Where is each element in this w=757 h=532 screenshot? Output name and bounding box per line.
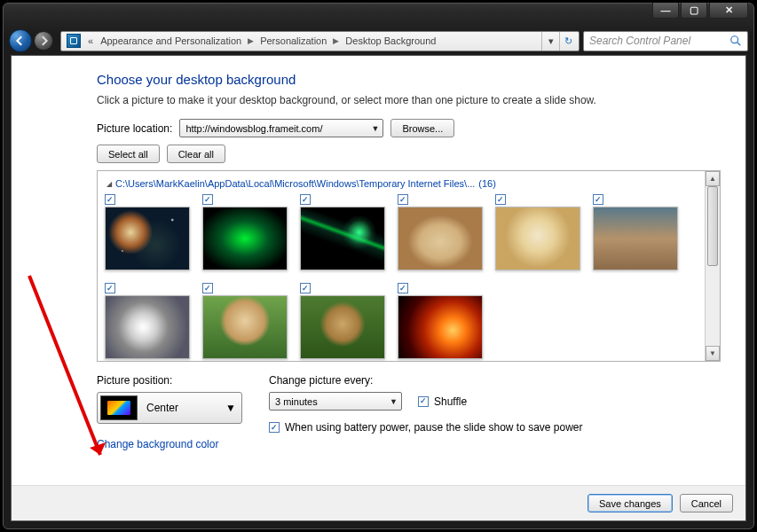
battery-label: When using battery power, pause the slid… [285,421,583,434]
shuffle-checkbox[interactable]: Shuffle [418,395,467,408]
picture-gallery: ◢ C:\Users\MarkKaelin\AppData\Local\Micr… [97,170,721,362]
chevron-right-icon: ▶ [330,36,342,45]
search-input[interactable]: Search Control Panel [583,31,748,51]
picture-checkbox[interactable] [300,283,311,293]
picture-item[interactable] [398,194,483,270]
control-panel-icon [67,34,81,48]
picture-checkbox[interactable] [105,194,115,205]
picture-item[interactable] [105,194,190,270]
gallery-group-header[interactable]: ◢ C:\Users\MarkKaelin\AppData\Local\Micr… [106,178,701,189]
picture-location-label: Picture location: [97,122,172,135]
cancel-button[interactable]: Cancel [680,494,733,512]
picture-checkbox[interactable] [300,194,311,205]
picture-item[interactable] [202,283,288,359]
address-bar[interactable]: « Appearance and Personalization ▶ Perso… [60,31,580,51]
select-all-button[interactable]: Select all [97,145,160,163]
chevron-down-icon: ▼ [371,124,379,133]
picture-position-value: Center [138,402,225,414]
battery-checkbox[interactable]: When using battery power, pause the slid… [269,421,583,434]
picture-checkbox[interactable] [398,194,408,205]
control-panel-window: — ▢ ✕ « Appearance and Personalization ▶… [3,3,754,529]
breadcrumb-segment[interactable]: Appearance and Personalization [97,35,245,46]
picture-checkbox[interactable] [495,194,506,205]
chevron-down-icon: ▼ [390,397,398,406]
picture-thumbnail[interactable] [202,295,288,359]
checkbox-icon [269,422,280,433]
picture-thumbnail[interactable] [300,295,385,359]
picture-location-value: http://windowsblog.frameit.com/ [185,123,371,134]
picture-item[interactable] [300,283,385,359]
picture-checkbox[interactable] [398,283,408,293]
scroll-up-button[interactable]: ▲ [706,171,720,186]
breadcrumb-lead[interactable]: « [84,35,97,46]
change-picture-dropdown[interactable]: 3 minutes ▼ [269,392,402,411]
picture-thumbnail[interactable] [300,207,385,270]
collapse-icon[interactable]: ◢ [106,180,112,188]
picture-thumbnail[interactable] [593,207,678,270]
titlebar[interactable]: — ▢ ✕ [4,4,753,27]
picture-location-dropdown[interactable]: http://windowsblog.frameit.com/ ▼ [179,119,383,137]
scrollbar-thumb[interactable] [707,186,718,266]
gallery-path: C:\Users\MarkKaelin\AppData\Local\Micros… [115,178,475,189]
maximize-button[interactable]: ▢ [681,3,707,19]
picture-item[interactable] [593,194,678,270]
refresh-button[interactable]: ↻ [559,32,577,51]
picture-item[interactable] [105,283,190,359]
picture-checkbox[interactable] [202,283,213,293]
position-preview-icon [100,395,138,420]
gallery-count: (16) [478,178,496,189]
page-title: Choose your desktop background [97,72,721,87]
save-changes-button[interactable]: Save changes [587,494,673,512]
picture-item[interactable] [495,194,580,270]
picture-checkbox[interactable] [593,194,603,205]
address-dropdown-button[interactable]: ▾ [541,32,559,51]
picture-item[interactable] [398,283,483,359]
picture-checkbox[interactable] [105,283,115,293]
chevron-right-icon: ▶ [245,36,256,45]
change-picture-value: 3 minutes [275,396,390,407]
shuffle-label: Shuffle [434,395,467,408]
change-picture-label: Change picture every: [269,374,583,387]
dialog-footer: Save changes Cancel [12,485,745,520]
back-button[interactable] [9,29,32,52]
navigation-bar: « Appearance and Personalization ▶ Perso… [4,27,753,55]
svg-line-1 [737,43,741,46]
picture-thumbnail[interactable] [495,207,580,270]
picture-checkbox[interactable] [202,194,213,205]
picture-position-label: Picture position: [97,374,249,387]
breadcrumb-segment[interactable]: Desktop Background [342,35,439,46]
picture-thumbnail[interactable] [105,295,190,359]
change-background-color-link[interactable]: Change background color [97,438,249,450]
search-placeholder: Search Control Panel [589,35,729,47]
picture-item[interactable] [300,194,385,270]
picture-item[interactable] [202,194,288,270]
scroll-down-button[interactable]: ▼ [706,346,720,361]
picture-thumbnail[interactable] [105,207,190,270]
search-icon [729,35,742,47]
gallery-scrollbar[interactable]: ▲ ▼ [705,171,720,361]
svg-point-0 [731,36,738,43]
checkbox-icon [418,396,429,407]
page-instruction: Click a picture to make it your desktop … [97,94,721,106]
forward-button[interactable] [34,31,53,51]
picture-position-dropdown[interactable]: Center ▼ [97,392,242,424]
picture-thumbnail[interactable] [202,207,288,270]
clear-all-button[interactable]: Clear all [167,145,225,163]
browse-button[interactable]: Browse... [390,119,454,137]
breadcrumb-segment[interactable]: Personalization [256,35,330,46]
picture-thumbnail[interactable] [398,295,483,359]
minimize-button[interactable]: — [652,3,679,19]
chevron-down-icon: ▼ [225,402,236,414]
picture-thumbnail[interactable] [398,207,483,270]
close-button[interactable]: ✕ [709,3,748,19]
